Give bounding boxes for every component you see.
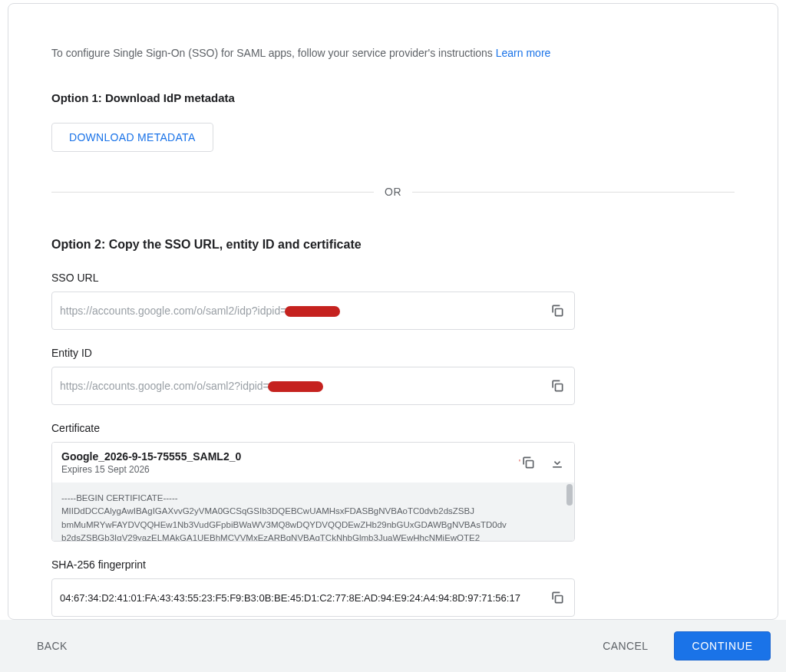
back-button[interactable]: BACK (28, 634, 77, 658)
intro-text: To configure Single Sign-On (SSO) for SA… (51, 47, 735, 59)
fingerprint-value: 04:67:34:D2:41:01:FA:43:43:55:23:F5:F9:B… (60, 592, 550, 604)
redacted-entity-id (268, 381, 323, 392)
or-divider: OR (51, 186, 735, 198)
divider-text: OR (385, 186, 401, 198)
continue-button[interactable]: CONTINUE (674, 631, 771, 660)
sso-url-label: SSO URL (51, 272, 735, 284)
certificate-box: Google_2026-9-15-75555_SAML2_0 Expires 1… (51, 442, 575, 542)
scrollbar-thumb[interactable] (566, 484, 573, 506)
svg-rect-2 (527, 461, 533, 468)
entity-id-value: https://accounts.google.com/o/saml2?idpi… (60, 380, 550, 392)
cert-line: b2dsZSBGb3IgV29yazELMAkGA1UEBhMCVVMxEzAR… (61, 532, 565, 541)
copy-icon[interactable] (550, 303, 565, 318)
option2-heading: Option 2: Copy the SSO URL, entity ID an… (51, 238, 735, 252)
divider-line-right (412, 192, 735, 193)
cert-line: -----BEGIN CERTIFICATE----- (61, 492, 565, 505)
fingerprint-field: 04:67:34:D2:41:01:FA:43:43:55:23:F5:F9:B… (51, 578, 575, 617)
option1-heading: Option 1: Download IdP metadata (51, 91, 735, 104)
learn-more-link[interactable]: Learn more (496, 47, 551, 59)
certificate-body[interactable]: -----BEGIN CERTIFICATE----- MIIDdDCCAlyg… (52, 483, 574, 541)
footer-bar: BACK CANCEL CONTINUE (0, 620, 786, 672)
entity-id-field: https://accounts.google.com/o/saml2?idpi… (51, 367, 575, 405)
cancel-button[interactable]: CANCEL (593, 634, 657, 658)
download-icon[interactable] (550, 455, 565, 470)
entity-id-text: https://accounts.google.com/o/saml2?idpi… (60, 380, 269, 392)
entity-id-label: Entity ID (51, 347, 735, 359)
redacted-sso-id (285, 306, 340, 317)
fingerprint-label: SHA-256 fingerprint (51, 558, 735, 571)
svg-rect-4 (556, 596, 563, 603)
copy-icon[interactable] (520, 455, 536, 470)
copy-icon[interactable] (550, 590, 565, 605)
svg-rect-3 (553, 466, 562, 468)
cert-line: MIIDdDCCAlygAwIBAgIGAXvvG2yVMA0GCSqGSIb3… (61, 505, 565, 518)
sso-url-value: https://accounts.google.com/o/saml2/idp?… (60, 305, 550, 317)
svg-rect-0 (556, 309, 563, 316)
certificate-expires: Expires 15 Sept 2026 (61, 464, 427, 475)
copy-icon[interactable] (550, 378, 565, 394)
svg-rect-1 (556, 384, 563, 391)
divider-line-left (51, 192, 374, 193)
sso-url-text: https://accounts.google.com/o/saml2/idp?… (60, 305, 286, 317)
certificate-header: Google_2026-9-15-75555_SAML2_0 Expires 1… (52, 443, 574, 483)
certificate-name: Google_2026-9-15-75555_SAML2_0 (61, 450, 427, 463)
certificate-label: Certificate (51, 422, 735, 434)
config-card: To configure Single Sign-On (SSO) for SA… (8, 3, 778, 620)
sso-url-field: https://accounts.google.com/o/saml2/idp?… (51, 292, 575, 330)
cert-line: bmMuMRYwFAYDVQQHEw1Nb3VudGFpbiBWaWV3MQ8w… (61, 519, 565, 532)
intro-description: To configure Single Sign-On (SSO) for SA… (51, 47, 496, 59)
download-metadata-button[interactable]: DOWNLOAD METADATA (51, 123, 213, 152)
